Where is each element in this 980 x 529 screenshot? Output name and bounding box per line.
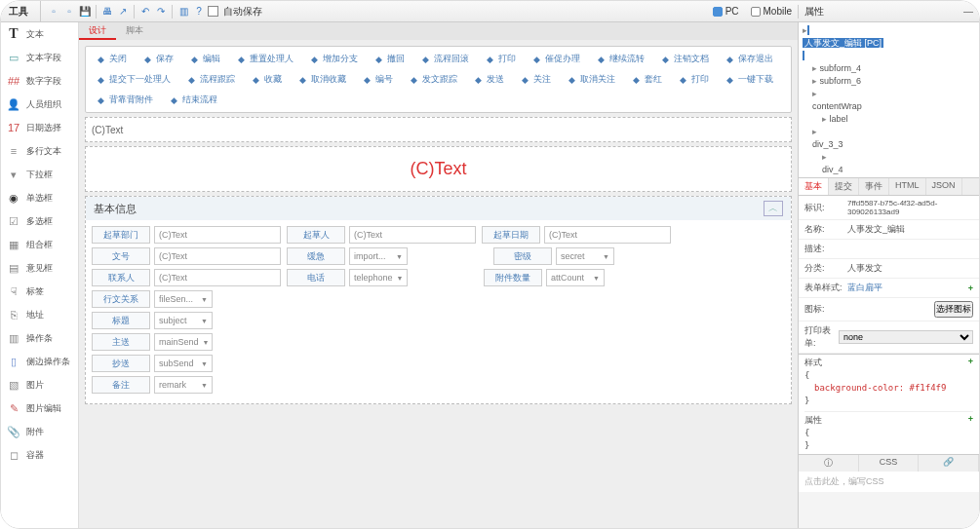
- export-icon[interactable]: ↗: [116, 5, 130, 19]
- prop-tab[interactable]: 事件: [859, 178, 889, 195]
- field-value[interactable]: attCount▼: [546, 269, 605, 286]
- undo-icon[interactable]: ↶: [138, 5, 152, 19]
- field-value[interactable]: (C)Text: [154, 247, 281, 265]
- tree-node[interactable]: ▸ 人事发文_编辑 [PC]: [803, 24, 975, 62]
- field-value[interactable]: (C)Text: [154, 226, 281, 244]
- tab-script[interactable]: 脚本: [116, 22, 153, 40]
- css-editor[interactable]: 点击此处，编写CSS: [799, 472, 979, 492]
- palette-item[interactable]: ▦组合框: [1, 233, 78, 256]
- open-icon[interactable]: ▫: [62, 5, 76, 19]
- prop-tab[interactable]: 提交: [829, 178, 859, 195]
- css-tab-link[interactable]: 🔗: [919, 455, 979, 472]
- action-button[interactable]: ◆重置处理人: [232, 51, 297, 67]
- collapse-icon[interactable]: —: [963, 6, 973, 17]
- prop-style[interactable]: 蓝白扁平: [847, 282, 968, 294]
- style-line[interactable]: background-color: #f1f4f9: [804, 382, 973, 395]
- palette-item[interactable]: T文本: [1, 22, 78, 46]
- group-header[interactable]: 基本信息 ︿: [86, 197, 791, 220]
- print-icon[interactable]: 🖶: [100, 5, 114, 19]
- palette-item[interactable]: ◻容器: [1, 443, 78, 467]
- field-value[interactable]: subSend▼: [154, 355, 213, 372]
- palette-item[interactable]: 📎附件: [1, 420, 78, 443]
- action-button[interactable]: ◆取消关注: [563, 71, 619, 88]
- choose-icon-button[interactable]: 选择图标: [934, 301, 973, 318]
- action-button[interactable]: ◆发文跟踪: [405, 71, 461, 88]
- action-button[interactable]: ◆收藏: [247, 71, 286, 88]
- prop-tab[interactable]: HTML: [889, 178, 926, 195]
- action-button[interactable]: ◆保存: [138, 51, 177, 67]
- help-icon[interactable]: ?: [192, 5, 206, 19]
- action-button[interactable]: ◆取消收藏: [294, 71, 350, 88]
- palette-item[interactable]: ▾下拉框: [1, 163, 78, 186]
- action-button[interactable]: ◆发送: [469, 71, 508, 88]
- field-value[interactable]: (C)Text: [544, 226, 671, 244]
- autosave-checkbox[interactable]: [208, 6, 218, 17]
- device-mobile[interactable]: Mobile: [745, 6, 798, 17]
- palette-item[interactable]: ▭文本字段: [1, 46, 78, 69]
- prop-tab[interactable]: 基本: [799, 178, 829, 195]
- field-value[interactable]: import...▼: [349, 247, 408, 265]
- action-button[interactable]: ◆打印: [674, 71, 713, 88]
- action-button[interactable]: ◆背靠背附件: [92, 92, 157, 108]
- palette-item[interactable]: ▥操作条: [1, 326, 78, 350]
- tree-node[interactable]: ▸ div_3_3: [803, 126, 975, 151]
- action-button[interactable]: ◆关闭: [92, 51, 131, 67]
- settings-icon[interactable]: ▥: [176, 5, 190, 19]
- action-button[interactable]: ◆流程回滚: [416, 51, 473, 67]
- palette-item[interactable]: ☟标签: [1, 280, 78, 303]
- tab-design[interactable]: 设计: [79, 22, 116, 40]
- action-button[interactable]: ◆一键下载: [721, 71, 777, 88]
- tree-node[interactable]: ▸ label: [803, 113, 975, 126]
- palette-item[interactable]: ##数字字段: [1, 69, 78, 93]
- field-value[interactable]: (C)Text: [349, 226, 476, 244]
- palette-item[interactable]: 👤人员组织: [1, 93, 78, 116]
- field-value[interactable]: (C)Text: [154, 269, 281, 286]
- prop-tab[interactable]: JSON: [926, 178, 962, 195]
- save-icon[interactable]: 💾: [78, 5, 92, 19]
- action-button[interactable]: ◆保存退出: [721, 51, 777, 67]
- action-button[interactable]: ◆撤回: [370, 51, 409, 67]
- palette-item[interactable]: 17日期选择: [1, 116, 78, 139]
- add-style-rule-icon[interactable]: +: [968, 357, 973, 369]
- palette-item[interactable]: ▯侧边操作条: [1, 350, 78, 373]
- tree-node[interactable]: ▸ subform_4: [803, 62, 975, 75]
- tree-node[interactable]: ▸ contentWrap: [803, 88, 975, 113]
- prop-print-select[interactable]: none: [839, 330, 973, 344]
- field-value[interactable]: remark▼: [154, 376, 213, 394]
- action-button[interactable]: ◆套红: [627, 71, 666, 88]
- device-pc[interactable]: PC: [707, 6, 745, 17]
- field-value[interactable]: secret▼: [556, 247, 614, 265]
- css-tab-css[interactable]: CSS: [859, 455, 920, 472]
- action-button[interactable]: ◆流程跟踪: [182, 71, 239, 88]
- palette-item[interactable]: ▤意见框: [1, 256, 78, 280]
- palette-item[interactable]: ☑多选框: [1, 209, 78, 233]
- element-tree[interactable]: ▸ 人事发文_编辑 [PC]▸ subform_4▸ subform_6▸ co…: [799, 22, 979, 178]
- prop-id[interactable]: 7ffd5587-b75c-4f32-ad5d-309026133ad9: [847, 199, 973, 216]
- action-button[interactable]: ◆注销文档: [656, 51, 713, 67]
- add-style-icon[interactable]: +: [968, 283, 973, 293]
- prop-category[interactable]: 人事发文: [847, 262, 973, 275]
- palette-item[interactable]: ✎图片编辑: [1, 397, 78, 420]
- action-button[interactable]: ◆增加分支: [305, 51, 362, 67]
- palette-item[interactable]: ◉单选框: [1, 186, 78, 209]
- css-tab-id[interactable]: ⓘ: [799, 455, 859, 472]
- action-button[interactable]: ◆催促办理: [528, 51, 584, 67]
- field-value[interactable]: subject▼: [154, 312, 213, 329]
- prop-name[interactable]: 人事发文_编辑: [847, 223, 973, 236]
- action-button[interactable]: ◆编辑: [185, 51, 224, 67]
- add-prop-icon[interactable]: +: [968, 414, 973, 427]
- field-value[interactable]: mainSend▼: [154, 333, 213, 351]
- palette-item[interactable]: ⎘地址: [1, 303, 78, 326]
- tree-node[interactable]: ▸ subform_6: [803, 75, 975, 88]
- palette-item[interactable]: ≡多行文本: [1, 139, 78, 163]
- action-button[interactable]: ◆编号: [358, 71, 397, 88]
- action-button[interactable]: ◆结束流程: [165, 92, 221, 108]
- redo-icon[interactable]: ↷: [154, 5, 168, 19]
- field-value[interactable]: fileSen...▼: [154, 290, 213, 308]
- field-value[interactable]: telephone▼: [349, 269, 408, 286]
- action-button[interactable]: ◆关注: [516, 71, 555, 88]
- tree-node[interactable]: ▸ div_4: [803, 151, 975, 176]
- new-icon[interactable]: ▫: [47, 5, 60, 19]
- action-button[interactable]: ◆继续流转: [592, 51, 648, 67]
- palette-item[interactable]: ▧图片: [1, 373, 78, 397]
